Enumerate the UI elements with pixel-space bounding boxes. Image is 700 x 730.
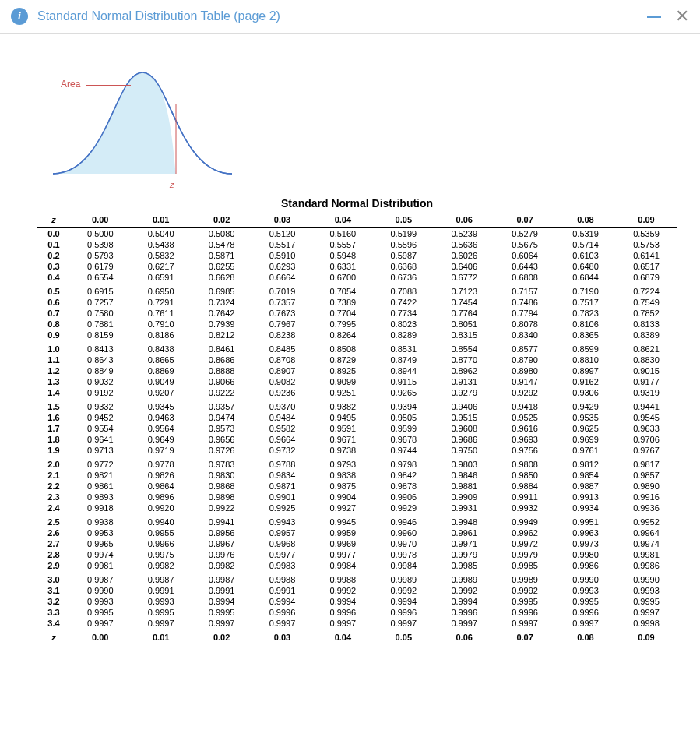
prob-value: 0.9857 <box>616 470 677 481</box>
table-row: 2.00.97720.97780.97830.97880.97930.97980… <box>37 456 677 470</box>
prob-value: 0.9916 <box>616 492 677 503</box>
prob-value: 0.8621 <box>616 340 677 354</box>
table-row: 0.60.72570.72910.73240.73570.73890.74220… <box>37 297 677 308</box>
z-value: 2.2 <box>37 481 70 492</box>
z-value: 1.9 <box>37 445 70 456</box>
prob-value: 0.5714 <box>555 239 616 250</box>
prob-value: 0.7357 <box>252 297 313 308</box>
prob-value: 0.9906 <box>373 492 434 503</box>
prob-value: 0.7764 <box>434 308 494 319</box>
close-icon[interactable]: ✕ <box>675 8 689 25</box>
prob-value: 0.6064 <box>494 250 555 261</box>
col-header: 0.09 <box>616 214 677 228</box>
prob-value: 0.9995 <box>70 607 131 618</box>
prob-value: 0.7939 <box>192 319 252 330</box>
prob-value: 0.9834 <box>252 470 313 481</box>
prob-value: 0.9192 <box>70 387 131 398</box>
prob-value: 0.9222 <box>192 387 252 398</box>
prob-value: 0.9993 <box>555 585 616 596</box>
prob-value: 0.8770 <box>434 354 494 365</box>
prob-value: 0.9966 <box>131 538 192 549</box>
table-row: 2.40.99180.99200.99220.99250.99270.99290… <box>37 503 677 513</box>
prob-value: 0.9997 <box>70 618 131 629</box>
prob-value: 0.9147 <box>494 376 555 387</box>
col-header: 0.02 <box>192 214 252 228</box>
prob-value: 0.9625 <box>555 423 616 434</box>
prob-value: 0.9861 <box>70 481 131 492</box>
prob-value: 0.6517 <box>616 261 677 272</box>
prob-value: 0.8159 <box>70 330 131 340</box>
prob-value: 0.8133 <box>616 319 677 330</box>
prob-value: 0.9726 <box>192 445 252 456</box>
table-row: 1.80.96410.96490.96560.96640.96710.96780… <box>37 434 677 445</box>
prob-value: 0.8925 <box>312 365 373 376</box>
prob-value: 0.7123 <box>434 283 494 297</box>
prob-value: 0.5987 <box>373 250 434 261</box>
prob-value: 0.9965 <box>70 538 131 549</box>
table-row: 0.00.50000.50400.50800.51200.51600.51990… <box>37 228 677 240</box>
prob-value: 0.7673 <box>252 308 313 319</box>
prob-value: 0.9099 <box>312 376 373 387</box>
prob-value: 0.6026 <box>434 250 494 261</box>
prob-value: 0.9985 <box>434 560 494 571</box>
prob-value: 0.9998 <box>616 618 677 629</box>
prob-value: 0.9913 <box>555 492 616 503</box>
prob-value: 0.9881 <box>434 481 494 492</box>
prob-value: 0.9967 <box>192 538 252 549</box>
prob-value: 0.9997 <box>312 618 373 629</box>
prob-value: 0.9959 <box>312 527 373 538</box>
col-header: 0.05 <box>373 629 434 644</box>
prob-value: 0.9982 <box>131 560 192 571</box>
prob-value: 0.9884 <box>494 481 555 492</box>
prob-value: 0.9049 <box>131 376 192 387</box>
z-value: 2.8 <box>37 549 70 560</box>
prob-value: 0.9846 <box>434 470 494 481</box>
prob-value: 0.9949 <box>494 513 555 527</box>
prob-value: 0.9898 <box>192 492 252 503</box>
z-value: 3.2 <box>37 596 70 607</box>
prob-value: 0.9995 <box>616 596 677 607</box>
prob-value: 0.9633 <box>616 423 677 434</box>
prob-value: 0.8849 <box>70 365 131 376</box>
table-row: 1.10.86430.86650.86860.87080.87290.87490… <box>37 354 677 365</box>
z-value: 0.2 <box>37 250 70 261</box>
prob-value: 0.9963 <box>555 527 616 538</box>
prob-value: 0.9236 <box>252 387 313 398</box>
prob-value: 0.5871 <box>192 250 252 261</box>
prob-value: 0.5517 <box>252 239 313 250</box>
z-value: 2.6 <box>37 527 70 538</box>
col-header: 0.00 <box>70 629 131 644</box>
prob-value: 0.5398 <box>70 239 131 250</box>
prob-value: 0.9983 <box>252 560 313 571</box>
bell-curve-svg <box>37 57 240 189</box>
prob-value: 0.7019 <box>252 283 313 297</box>
table-row: 1.50.93320.93450.93570.93700.93820.93940… <box>37 398 677 412</box>
prob-value: 0.6217 <box>131 261 192 272</box>
prob-value: 0.9406 <box>434 398 494 412</box>
prob-value: 0.9783 <box>192 456 252 470</box>
prob-value: 0.9987 <box>70 571 131 585</box>
table-row: 0.40.65540.65910.66280.66640.67000.67360… <box>37 272 677 283</box>
prob-value: 0.9890 <box>616 481 677 492</box>
prob-value: 0.6331 <box>312 261 373 272</box>
prob-value: 0.9693 <box>494 434 555 445</box>
col-header: 0.05 <box>373 214 434 228</box>
table-row: 3.30.99950.99950.99950.99960.99960.99960… <box>37 607 677 618</box>
prob-value: 0.9977 <box>312 549 373 560</box>
minimize-icon[interactable] <box>647 16 661 18</box>
prob-value: 0.7422 <box>373 297 434 308</box>
prob-value: 0.8962 <box>434 365 494 376</box>
prob-value: 0.9382 <box>312 398 373 412</box>
prob-value: 0.9678 <box>373 434 434 445</box>
prob-value: 0.9207 <box>131 387 192 398</box>
prob-value: 0.9319 <box>616 387 677 398</box>
prob-value: 0.9991 <box>252 585 313 596</box>
window-controls: ✕ <box>647 8 689 25</box>
prob-value: 0.5199 <box>373 228 434 240</box>
prob-value: 0.9793 <box>312 456 373 470</box>
prob-value: 0.9971 <box>434 538 494 549</box>
prob-value: 0.9943 <box>252 513 313 527</box>
prob-value: 0.7995 <box>312 319 373 330</box>
prob-value: 0.9992 <box>373 585 434 596</box>
prob-value: 0.5753 <box>616 239 677 250</box>
